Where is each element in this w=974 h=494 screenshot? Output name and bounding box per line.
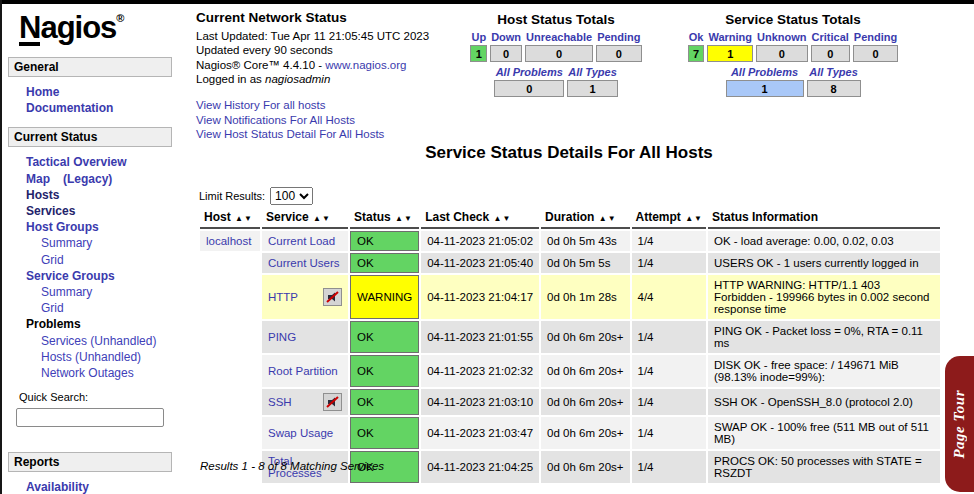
last-check-value: 04-11-2023 21:01:55 [421,321,539,353]
host-totals-header-unreachable[interactable]: Unreachable [525,31,593,43]
host-cell-empty [200,253,260,273]
sort-ascending-icon[interactable]: ▲ [685,214,693,223]
sort-descending-icon[interactable]: ▼ [694,214,702,223]
table-header-row: Host ▲▼ Service ▲▼ Status ▲▼ Last Check … [200,208,940,229]
host-all-types-label[interactable]: All Types [567,66,618,78]
status-information-value: PING OK - Packet loss = 0%, RTA = 0.11 m… [708,321,940,353]
sidebar-item-host-groups[interactable]: Host Groups [8,219,172,235]
sidebar-item-documentation[interactable]: Documentation [8,100,172,116]
sort-ascending-icon[interactable]: ▲ [235,214,243,223]
results-note: Results 1 - 8 of 8 Matching Services [200,460,384,472]
header-status-information: Status Information [708,208,940,229]
attempt-value: 1/4 [632,253,707,273]
last-check-value: 04-11-2023 21:04:17 [421,275,539,319]
sort-ascending-icon[interactable]: ▲ [313,214,321,223]
duration-value: 0d 0h 1m 28s [541,275,629,319]
limit-results-label: Limit Results: [199,190,265,202]
host-link[interactable]: localhost [206,235,251,247]
sidebar-item-home[interactable]: Home [8,84,172,100]
duration-value: 0d 0h 6m 20s+ [541,451,629,483]
service-link[interactable]: Current Load [268,235,335,247]
table-row: Root Partition OK 04-11-2023 21:02:32 0d… [200,355,940,387]
service-link[interactable]: HTTP [268,291,298,303]
sidebar-item-map[interactable]: Map(Legacy) [8,171,172,187]
host-totals-header-up[interactable]: Up [470,31,487,43]
sort-descending-icon[interactable]: ▼ [404,214,412,223]
sidebar-item-services[interactable]: Services [8,203,172,219]
sort-ascending-icon[interactable]: ▲ [599,214,607,223]
sidebar-item-host-groups-grid[interactable]: Grid [8,252,172,268]
host-totals-title: Host Status Totals [446,12,666,27]
service-link[interactable]: PING [268,331,296,343]
service-all-types-count: 8 [807,80,861,97]
view-notifications-link[interactable]: View Notifications For All Hosts [196,113,456,128]
status-information-value: PROCS OK: 50 processes with STATE = RSZD… [708,451,940,483]
sidebar-item-services-unhandled[interactable]: Services (Unhandled) [8,333,172,349]
service-totals-header-pending[interactable]: Pending [853,31,898,43]
sidebar-item-host-groups-summary[interactable]: Summary [8,235,172,251]
table-row-warning: HTTP WARNING 04-11-2023 21:04:17 0d 0h 1… [200,275,940,319]
service-link[interactable]: Current Users [268,257,340,269]
sidebar-item-service-groups-summary[interactable]: Summary [8,284,172,300]
notifications-disabled-icon[interactable] [323,393,342,411]
service-link[interactable]: Swap Usage [268,427,333,439]
sidebar-item-service-groups[interactable]: Service Groups [8,268,172,284]
sort-descending-icon[interactable]: ▼ [244,214,252,223]
duration-value: 0d 0h 6m 20s+ [541,417,629,449]
sidebar-item-hosts[interactable]: Hosts [8,187,172,203]
attempt-value: 1/4 [632,231,707,251]
host-totals-header-down[interactable]: Down [490,31,522,43]
nagios-org-link[interactable]: www.nagios.org [325,59,406,71]
host-status-totals: Host Status Totals Up Down Unreachable P… [446,12,666,99]
registered-trademark-icon: ® [116,12,124,24]
sidebar-item-tactical-overview[interactable]: Tactical Overview [8,154,172,170]
sort-ascending-icon[interactable]: ▲ [494,214,502,223]
service-all-problems-label[interactable]: All Problems [726,66,804,78]
sort-descending-icon[interactable]: ▼ [502,214,510,223]
page-tour-label: Page Tour [951,390,968,459]
service-link[interactable]: Root Partition [268,365,338,377]
sort-ascending-icon[interactable]: ▲ [395,214,403,223]
service-status-table-wrap: Host ▲▼ Service ▲▼ Status ▲▼ Last Check … [198,206,942,485]
view-host-status-link[interactable]: View Host Status Detail For All Hosts [196,127,456,142]
sidebar-item-availability[interactable]: Availability [8,479,172,494]
last-check-value: 04-11-2023 21:02:32 [421,355,539,387]
limit-results-select[interactable]: 100 [270,187,313,205]
page-tour-ribbon[interactable]: Page Tour [945,356,974,492]
service-totals-header-warning[interactable]: Warning [707,31,753,43]
service-totals-header-critical[interactable]: Critical [811,31,850,43]
service-totals-title: Service Status Totals [662,12,924,27]
sidebar-item-network-outages[interactable]: Network Outages [8,365,172,381]
update-interval: Updated every 90 seconds [196,43,456,58]
sidebar-item-hosts-unhandled[interactable]: Hosts (Unhandled) [8,349,172,365]
notifications-disabled-icon[interactable] [323,288,342,306]
map-legacy-suffix[interactable]: (Legacy) [63,172,112,186]
host-all-problems-label[interactable]: All Problems [494,66,564,78]
status-badge: OK [350,417,419,449]
sidebar-item-service-groups-grid[interactable]: Grid [8,300,172,316]
logged-in-user: nagiosadmin [265,73,330,85]
sort-descending-icon[interactable]: ▼ [608,214,616,223]
service-totals-header-ok[interactable]: Ok [688,31,705,43]
quick-search-label: Quick Search: [8,391,172,403]
service-totals-ok-count: 7 [688,45,705,62]
last-check-value: 04-11-2023 21:04:25 [421,451,539,483]
header-last-check: Last Check ▲▼ [421,208,539,229]
host-totals-summary-table: All Problems All Types 0 1 [491,64,621,99]
view-history-link[interactable]: View History For all hosts [196,98,456,113]
duration-value: 0d 0h 6m 20s+ [541,389,629,415]
service-totals-header-unknown[interactable]: Unknown [756,31,808,43]
host-cell-empty [200,275,260,319]
sidebar-nav: General Home Documentation Current Statu… [8,57,172,494]
last-check-value: 04-11-2023 21:05:02 [421,231,539,251]
table-row: PING OK 04-11-2023 21:01:55 0d 0h 6m 20s… [200,321,940,353]
page-title: Service Status Details For All Hosts [195,143,943,163]
service-totals-pending-count: 0 [853,45,898,62]
quick-search-input[interactable] [16,408,164,427]
attempt-value: 4/4 [632,275,707,319]
service-link[interactable]: SSH [268,396,292,408]
host-totals-header-pending[interactable]: Pending [596,31,641,43]
sort-descending-icon[interactable]: ▼ [322,214,330,223]
header-duration: Duration ▲▼ [541,208,629,229]
service-all-types-label[interactable]: All Types [807,66,861,78]
